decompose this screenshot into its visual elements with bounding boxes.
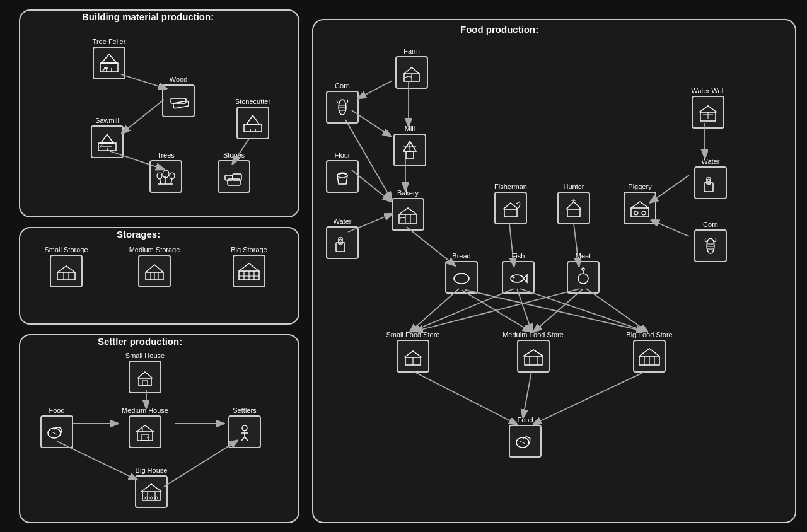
svg-marker-1	[102, 54, 117, 63]
wood-icon	[162, 84, 195, 117]
node-bread: Bread	[439, 252, 484, 294]
tree-feller-icon	[93, 47, 125, 79]
svg-rect-77	[567, 209, 580, 217]
big-house-icon	[135, 475, 168, 508]
stonecutter-icon	[236, 107, 269, 139]
water-well-icon	[692, 96, 724, 129]
svg-point-94	[707, 179, 710, 182]
svg-marker-14	[247, 115, 259, 124]
node-settlers: Settlers	[223, 407, 267, 448]
node-medium-storage: Medium Storage	[123, 246, 186, 287]
building-title: Building material production:	[82, 11, 214, 22]
farm-icon	[395, 56, 428, 89]
svg-point-55	[145, 497, 148, 499]
node-small-food-store: Small Food Store	[385, 331, 441, 373]
svg-point-74	[339, 239, 342, 241]
svg-point-84	[511, 275, 523, 282]
mill-icon	[393, 134, 426, 166]
node-wood: Wood	[156, 76, 200, 117]
node-water-right: Water	[688, 158, 733, 199]
node-fisherman: Fisherman	[485, 183, 536, 224]
svg-point-88	[582, 268, 584, 270]
flour-icon	[326, 160, 359, 193]
svg-rect-75	[504, 209, 517, 217]
svg-rect-25	[225, 175, 233, 180]
svg-line-42	[52, 432, 57, 434]
fisherman-icon	[494, 192, 527, 224]
corn-right-icon	[694, 229, 727, 262]
node-water-input: Water	[320, 217, 364, 259]
node-bakery: Bakery	[386, 189, 430, 231]
small-food-store-icon	[397, 340, 429, 373]
node-hunter: Hunter	[552, 183, 596, 224]
svg-point-57	[155, 497, 158, 499]
node-medium-house: Medium House	[117, 407, 173, 448]
svg-point-81	[634, 211, 638, 215]
fish-icon	[502, 261, 535, 294]
node-medium-food-store: Meduim Food Store	[503, 331, 563, 373]
stones-icon	[218, 160, 250, 193]
diagram: Building material production: Storages: …	[0, 0, 807, 532]
corn-left-icon	[326, 91, 359, 124]
medium-food-store-icon	[517, 340, 550, 373]
node-mill: Mill	[388, 125, 432, 166]
node-stones: Stones	[212, 151, 256, 193]
node-big-food-store: Big Food Store	[621, 331, 678, 373]
bread-icon	[445, 261, 478, 294]
small-house-icon	[129, 361, 161, 393]
water-right-icon	[694, 166, 727, 199]
svg-line-11	[100, 144, 102, 148]
meat-icon	[567, 261, 600, 294]
node-food-right: Food	[503, 416, 547, 458]
settler-title: Settler production:	[98, 336, 182, 347]
svg-rect-7	[173, 101, 189, 108]
svg-point-60	[339, 100, 346, 115]
svg-point-86	[578, 274, 588, 284]
svg-rect-13	[244, 124, 262, 132]
svg-line-4	[103, 67, 107, 71]
bakery-icon	[392, 198, 424, 231]
svg-rect-80	[631, 208, 649, 217]
node-sawmill: Sawmill	[85, 117, 129, 158]
svg-line-76	[516, 202, 520, 204]
svg-rect-101	[525, 356, 542, 365]
trees-icon	[149, 160, 182, 193]
svg-rect-40	[142, 381, 148, 386]
node-farm: Farm	[390, 47, 434, 89]
settlers-icon	[228, 415, 261, 448]
node-piggery: Piggery	[618, 183, 662, 224]
node-corn-left: Corn	[320, 82, 364, 124]
svg-marker-9	[101, 134, 113, 143]
node-big-storage: Big Storage	[221, 246, 277, 287]
svg-line-51	[245, 437, 248, 441]
storages-title: Storages:	[117, 229, 160, 240]
node-trees: Trees	[144, 151, 188, 193]
svg-line-109	[520, 441, 525, 444]
medium-house-icon	[129, 415, 161, 448]
svg-point-45	[147, 437, 148, 438]
node-big-house: Big House	[129, 466, 173, 508]
node-food-left: Food	[35, 407, 79, 448]
svg-point-56	[150, 497, 153, 499]
svg-point-82	[642, 211, 646, 215]
svg-rect-64	[406, 151, 414, 159]
svg-rect-27	[57, 272, 75, 280]
svg-rect-69	[399, 214, 417, 223]
food-right-icon	[509, 425, 542, 458]
sawmill-icon	[91, 125, 124, 158]
big-storage-icon	[233, 255, 265, 287]
food-left-icon	[40, 415, 73, 448]
node-fish: Fish	[496, 252, 540, 294]
node-flour: Flour	[320, 151, 364, 193]
node-meat: Meat	[561, 252, 605, 294]
food-title: Food production:	[460, 24, 538, 35]
big-food-store-icon	[633, 340, 666, 373]
node-small-house: Small House	[123, 352, 167, 393]
hunter-icon	[557, 192, 590, 224]
svg-rect-43	[137, 432, 153, 441]
piggery-icon	[624, 192, 656, 224]
water-input-icon	[326, 226, 359, 259]
svg-rect-39	[139, 378, 151, 386]
small-storage-icon	[50, 255, 83, 287]
node-corn-right: Corn	[688, 221, 733, 262]
